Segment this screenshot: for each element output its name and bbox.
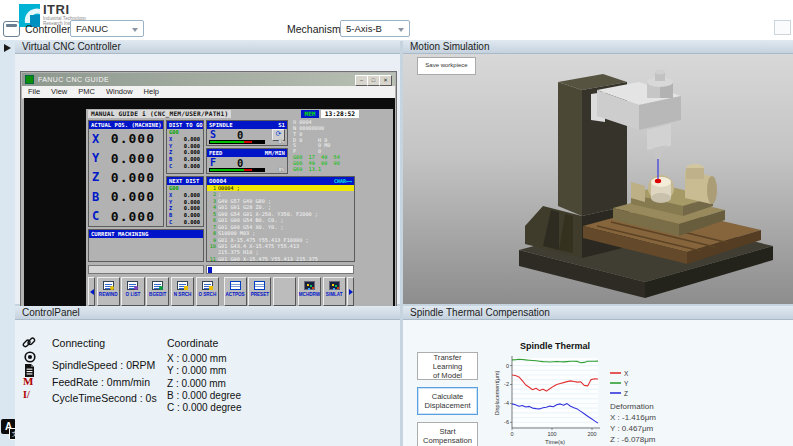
svg-text:Time(s): Time(s) [545, 439, 565, 445]
menu-window[interactable]: Window [106, 86, 133, 98]
softkey-row: REWIND O LIST BGEDIT N SRCH O SRCH ACTPO… [88, 277, 358, 307]
feed-load-gauge [209, 168, 265, 172]
coordinate-z: Z : 0.000 mm [167, 378, 226, 389]
chevron-down-icon [132, 28, 138, 32]
deformation-title: Deformation [610, 402, 654, 411]
controller-value: FANUC [76, 23, 108, 34]
deformation-x: X : -1.416μm [610, 413, 656, 422]
next-dist-title: NEXT DIST [169, 177, 199, 185]
menu-help[interactable]: Help [144, 86, 159, 98]
motion-viewport[interactable]: Save workpiece [403, 54, 793, 304]
program-title: O0004 [209, 178, 226, 184]
cnc-screen: MANUAL GUIDE i (CNC_MEM/USER/PATH1) MEM … [86, 109, 393, 311]
calculate-displacement-button[interactable]: CalculateDisplacement [417, 387, 478, 415]
motion-panel: Motion Simulation Save workpiece [403, 40, 793, 304]
cycle-time-readout: CycleTimeSecond : 0s [52, 392, 157, 404]
control-panel-body: M I/ Connecting SpindleSpeed : 0RPM Feed… [15, 320, 400, 446]
axis-row: X0.000 [89, 129, 163, 148]
softkey-nsrch[interactable]: N SRCH [171, 277, 194, 306]
preset-icon [254, 281, 265, 290]
svg-text:Z: Z [624, 390, 628, 397]
transfer-learning-button[interactable]: Transfer Learningof Model [417, 352, 478, 380]
close-icon[interactable] [379, 75, 392, 86]
vcnc-panel: Virtual CNC Controller FANUC CNC GUIDE F… [15, 40, 400, 304]
softkey-actpos[interactable]: ACTPOS [224, 277, 247, 306]
feed-unit-badge: MM/MIN [265, 149, 285, 157]
top-right-button[interactable] [774, 20, 791, 35]
program-list-icon [127, 281, 138, 290]
softkey-simlat[interactable]: SIMLAT [323, 277, 346, 306]
svg-text:Spindle Thermal: Spindle Thermal [520, 341, 590, 351]
simulate-icon [329, 281, 340, 290]
machine-drawing-icon [304, 281, 315, 290]
softkey-mchdrw[interactable]: MCHDRW [298, 277, 321, 306]
svg-text:0: 0 [510, 431, 513, 437]
menu-view[interactable]: View [51, 86, 67, 98]
n-search-icon [177, 281, 188, 290]
fanuc-titlebar[interactable]: FANUC CNC GUIDE [22, 73, 395, 86]
program-window: O0004 CHAR←→ 1O0004 ; 2; 3G49 G57 G40 G8… [206, 176, 355, 262]
controller-label: Controller : [25, 23, 76, 35]
fanuc-client-area: MANUAL GUIDE i (CNC_MEM/USER/PATH1) MEM … [24, 98, 395, 315]
softkey-rewind[interactable]: REWIND [97, 277, 120, 306]
background-edit-icon [152, 281, 163, 290]
fanuc-window: FANUC CNC GUIDE File View PMC Window Hel… [20, 71, 397, 317]
logo-title: ITRI [43, 2, 70, 17]
feed-window: FEEDMM/MIN F 0 0% [206, 148, 288, 174]
svg-text:200: 200 [587, 431, 596, 437]
softkey-bgedit[interactable]: BGEDIT [146, 277, 169, 306]
control-panel-title: ControlPanel [15, 306, 400, 320]
gcode-label: G00 [167, 129, 203, 136]
menu-file[interactable]: File [28, 86, 40, 98]
dist-to-go-window: DIST TO GO G00 X0.000 Y0.000 Z0.000 B0.0… [166, 120, 204, 174]
mechanism-value: 5-Axis-B [346, 23, 382, 34]
text-cursor [208, 267, 212, 273]
control-panel: ControlPanel M I/ Connecting SpindleSpee… [15, 306, 400, 446]
cnc-screen-title: MANUAL GUIDE i (CNC_MEM/USER/PATH1) [88, 110, 231, 118]
axis-row: Z0.000 [89, 168, 163, 187]
connection-status: Connecting [52, 337, 105, 349]
coordinate-c: C : 0.000 degree [167, 402, 242, 413]
start-compensation-button[interactable]: StartCompensation [417, 422, 478, 446]
menu-pmc[interactable]: PMC [78, 86, 95, 98]
gcode-label: G00 [167, 185, 203, 192]
message-line [88, 265, 204, 274]
record-icon [24, 351, 36, 363]
program-input-line[interactable] [206, 265, 354, 274]
axis-row: C0.000 [89, 207, 163, 226]
left-rail: A 文 [0, 40, 15, 446]
svg-text:100: 100 [547, 431, 556, 437]
softkey-olist[interactable]: O LIST [121, 277, 144, 306]
mechanism-label: Mechanism : [287, 23, 347, 35]
fanuc-app-icon [25, 75, 34, 84]
current-machining-window: CURRENT MACHINING [88, 229, 204, 262]
deformation-z: Z : -6.078μm [610, 435, 656, 444]
vcnc-panel-body: FANUC CNC GUIDE File View PMC Window Hel… [15, 54, 400, 304]
actual-position-icon [230, 281, 241, 290]
svg-text:Displacement(μm): Displacement(μm) [494, 370, 500, 415]
link-icon [22, 336, 36, 350]
vcnc-panel-title: Virtual CNC Controller [15, 40, 400, 54]
mode-badge: MEM [301, 110, 319, 118]
controller-select[interactable]: FANUC [70, 20, 144, 37]
actual-pos-window: ACTUAL POS. (MACHINE) X0.000 Y0.000 Z0.0… [88, 120, 164, 227]
softkey-preset[interactable]: PRESET [248, 277, 271, 306]
feed-load-percent: 0% [278, 167, 284, 172]
softkey-left-arrow[interactable] [88, 277, 95, 306]
softkey-right-arrow[interactable] [347, 277, 354, 306]
spindle-load-percent: 0% [278, 139, 284, 144]
o-search-icon [202, 281, 213, 290]
svg-text:0: 0 [506, 363, 509, 369]
io-icon: I/ [23, 389, 30, 400]
next-dist-window: NEXT DIST G00 X0.000 Y0.000 Z0.000 B0.00… [166, 176, 204, 227]
mechanism-select[interactable]: 5-Axis-B [340, 20, 410, 37]
svg-text:-4: -4 [504, 400, 509, 406]
coordinate-title: Coordinate [167, 337, 218, 349]
actual-pos-title: ACTUAL POS. (MACHINE) [91, 121, 162, 129]
dist-to-go-title: DIST TO GO [169, 121, 203, 129]
collapse-arrow-icon[interactable] [4, 44, 11, 52]
svg-text:-2: -2 [504, 381, 509, 387]
softkey-osrch[interactable]: O SRCH [196, 277, 219, 306]
program-line: 11G01 G90 X-15.475 Y55.413 215.375 [207, 256, 354, 262]
softkey-blank[interactable] [273, 277, 296, 306]
